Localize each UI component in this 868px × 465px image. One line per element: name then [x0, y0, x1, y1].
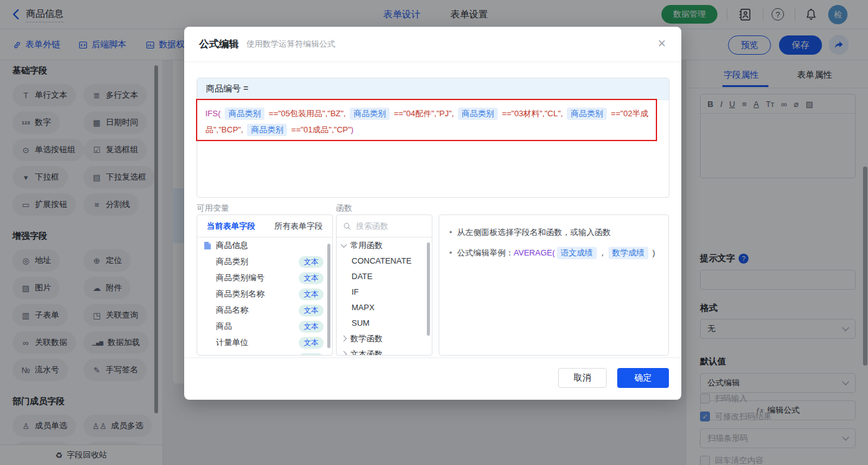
function-group-collapsed[interactable]: 数学函数: [337, 331, 432, 346]
function-group-name: 数学函数: [350, 333, 383, 344]
variable-type-tag: 文本: [299, 256, 324, 268]
function-item[interactable]: MAPX: [337, 300, 432, 315]
formula-target: 商品编号 =: [197, 78, 669, 100]
variable-row[interactable]: 商品类别文本: [197, 254, 332, 270]
variables-scrollbar[interactable]: [327, 244, 330, 348]
variable-type-tag: 文本: [299, 353, 324, 356]
modal-footer: 取消 确定: [184, 357, 681, 400]
variable-type-tag: 文本: [299, 337, 324, 349]
function-group-expanded[interactable]: 常用函数: [337, 237, 432, 253]
formula-token: ，: [599, 248, 607, 257]
field-chip: 商品类别: [247, 124, 287, 136]
search-icon: [343, 222, 352, 231]
function-search[interactable]: [337, 215, 432, 237]
tip-line-1: •从左侧面板选择字段名和函数，或输入函数: [449, 226, 658, 239]
variable-name: 商品类别编号: [216, 272, 264, 283]
chevron-down-icon: [341, 241, 347, 247]
functions-box: 常用函数CONCATENATEDATEIFMAPXSUM数学函数文本函数: [336, 214, 432, 356]
variable-type-tag: 文本: [299, 321, 324, 333]
field-chip: 语文成绩: [557, 247, 597, 259]
variable-name: 商品类别: [216, 256, 248, 267]
function-group-collapsed[interactable]: 文本函数: [337, 346, 432, 356]
chevron-right-icon: [341, 351, 347, 356]
variable-row[interactable]: 商品类别名称文本: [197, 286, 332, 302]
variable-row[interactable]: 商品文本: [197, 318, 332, 334]
formula-token: IFS(: [205, 109, 223, 118]
function-group-name: 文本函数: [350, 349, 383, 356]
field-chip: 数学成绩: [609, 247, 648, 259]
function-item[interactable]: CONCATENATE: [337, 253, 432, 269]
functions-label: 函数: [336, 203, 352, 214]
formula-editor: 商品编号 = IFS( 商品类别 =="05包装用品","BZ", 商品类别 =…: [197, 78, 670, 198]
modal-subtitle: 使用数学运算符编辑公式: [246, 39, 335, 50]
variables-tabs: 当前表单字段 所有表单字段: [197, 215, 332, 237]
form-file-icon: [203, 241, 212, 250]
functions-scrollbar[interactable]: [427, 242, 430, 336]
cancel-button[interactable]: 取消: [558, 368, 607, 388]
variable-type-tag: 文本: [299, 272, 324, 284]
confirm-button[interactable]: 确定: [617, 368, 669, 388]
function-item[interactable]: IF: [337, 284, 432, 300]
function-item[interactable]: SUM: [337, 315, 432, 331]
modal-header: 公式编辑 使用数学运算符编辑公式: [184, 27, 681, 62]
formula-input[interactable]: IFS( 商品类别 =="05包装用品","BZ", 商品类别 =="04配件"…: [197, 100, 669, 144]
formula-token: ): [351, 125, 353, 134]
app: 商品信息 表单设计表单设置 数据管理 ? 检 表单外链后端脚本数据权 预览 保存: [0, 0, 868, 465]
tip-line-2: •公式编辑举例：AVERAGE(语文成绩，数学成绩 ): [449, 246, 658, 259]
variable-name: 商品名称: [216, 305, 248, 316]
field-chip: 商品类别: [458, 108, 498, 120]
modal-title: 公式编辑: [199, 38, 239, 51]
field-chip: 商品类别: [567, 108, 607, 120]
tab-current-form-fields[interactable]: 当前表单字段: [207, 221, 255, 232]
variable-name: 计量单位: [216, 337, 248, 348]
variable-row-clipped[interactable]: 文本: [197, 351, 332, 356]
variable-name: 商品类别名称: [216, 288, 264, 300]
tab-all-form-fields[interactable]: 所有表单字段: [274, 221, 323, 232]
formula-tips: •从左侧面板选择字段名和函数，或输入函数 •公式编辑举例：AVERAGE(语文成…: [439, 214, 669, 356]
function-search-input[interactable]: [356, 221, 418, 231]
variable-type-tag: 文本: [299, 305, 324, 316]
chevron-right-icon: [341, 336, 347, 342]
formula-token: =="04配件","PJ",: [391, 109, 456, 118]
formula-token: =="03材料","CL",: [500, 109, 565, 118]
variable-row[interactable]: 商品类别编号文本: [197, 270, 332, 286]
formula-token: =="01成品","CP": [289, 125, 350, 134]
close-icon[interactable]: ×: [658, 37, 666, 50]
formula-token: 公式编辑举例：: [457, 248, 514, 257]
variables-box: 当前表单字段 所有表单字段 商品信息 商品类别文本商品类别编号文本商品类别名称文…: [197, 214, 333, 356]
variables-root[interactable]: 商品信息: [197, 237, 332, 254]
variable-type-tag: 文本: [299, 288, 324, 300]
variables-label: 可用变量: [197, 203, 229, 214]
function-group-name: 常用函数: [350, 240, 383, 251]
formula-token: ): [650, 248, 655, 257]
field-chip: 商品类别: [350, 108, 390, 120]
variable-name: 商品: [216, 321, 232, 332]
variable-row[interactable]: 商品名称文本: [197, 302, 332, 318]
formula-editor-modal: 公式编辑 使用数学运算符编辑公式 × 商品编号 = IFS( 商品类别 =="0…: [184, 27, 681, 400]
formula-token: =="05包装用品","BZ",: [266, 109, 348, 118]
variable-row[interactable]: 计量单位文本: [197, 334, 332, 351]
formula-token: AVERAGE(: [514, 248, 555, 257]
function-item[interactable]: DATE: [337, 269, 432, 284]
field-chip: 商品类别: [225, 108, 264, 120]
